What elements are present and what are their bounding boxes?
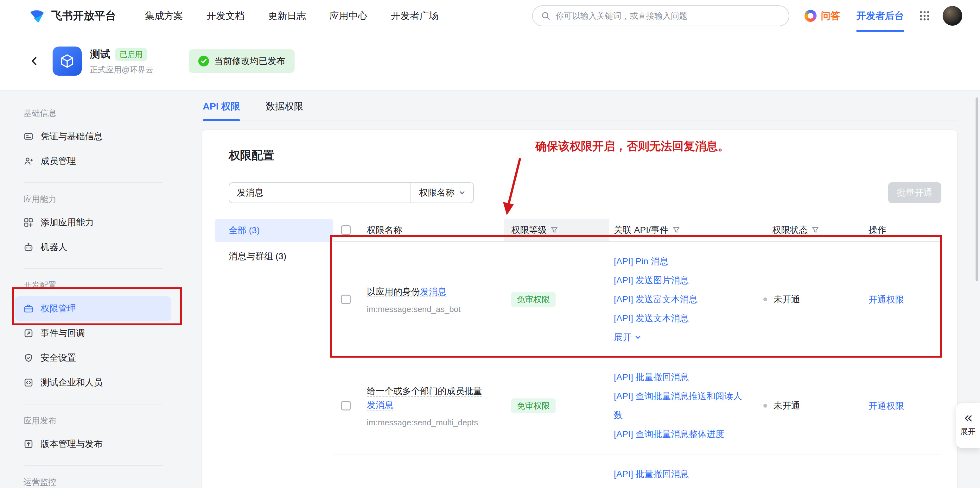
select-all-checkbox[interactable] [341,225,351,235]
double-chevron-left-icon [964,415,972,422]
release-icon [24,439,33,449]
expand-panel-label: 展开 [960,426,975,437]
category-all[interactable]: 全部 (3) [215,219,333,242]
sidebar-item-label: 添加应用能力 [41,217,94,228]
tab-data-permissions[interactable]: 数据权限 [266,100,304,120]
api-link[interactable]: [API] 批量撤回消息 [614,368,750,387]
header-api: 关联 API/事件 [609,219,758,241]
filter-icon[interactable] [673,226,680,234]
api-link[interactable]: [API] Pin 消息 [614,252,750,271]
status-text: 未开通 [773,294,800,304]
tab-api-permissions[interactable]: API 权限 [203,100,240,120]
level-badge: 免审权限 [511,398,555,413]
permission-search: 权限名称 [229,182,474,203]
status-text: 未开通 [773,401,800,410]
publish-banner-text: 当前修改均已发布 [214,55,285,67]
global-search[interactable] [532,5,789,26]
apps-grid-icon[interactable] [919,10,930,21]
api-link[interactable]: [API] 查询批量消息推送和阅读人数 [614,387,750,425]
shield-icon [24,353,33,363]
avatar[interactable] [943,6,962,25]
sidebar-item-events[interactable]: 事件与回调 [15,321,171,345]
sidebar-item-add-capability[interactable]: 添加应用能力 [15,210,171,235]
app-header: 测试 已启用 正式应用@环界云 当前修改均已发布 [0,32,980,90]
brand-title: 飞书开放平台 [51,8,116,23]
filter-icon[interactable] [550,226,558,234]
brand[interactable]: 飞书开放平台 [29,0,116,32]
sidebar-item-label: 版本管理与发布 [41,438,103,450]
sidebar-item-label: 凭证与基础信息 [41,130,103,143]
category-message-group[interactable]: 消息与群组 (3) [215,245,333,268]
header-name: 权限名称 [358,219,504,241]
main-nav: 集成方案 开发文档 更新日志 应用中心 开发者广场 [145,0,438,32]
developer-console-label: 开发者后台 [856,10,904,22]
sidebar-item-bot[interactable]: 机器人 [15,235,171,260]
sidebar-divider [24,465,163,466]
sidebar-item-version-release[interactable]: 版本管理与发布 [15,432,171,456]
code-box-icon [24,377,33,388]
sidebar-item-test-company[interactable]: 测试企业和人员 [15,370,171,395]
status-dot [764,404,767,407]
nav-item-app-center[interactable]: 应用中心 [329,10,368,22]
sidebar-item-credentials[interactable]: 凭证与基础信息 [15,124,171,149]
enable-permission-link[interactable]: 开通权限 [869,401,904,411]
header-action: 操作 [859,219,941,241]
sidebar-item-label: 事件与回调 [41,327,85,339]
nav-item-solutions[interactable]: 集成方案 [145,10,183,22]
sidebar-item-label: 权限管理 [41,303,76,315]
app-meta: 测试 已启用 正式应用@环界云 [90,48,153,75]
filter-icon[interactable] [811,226,819,234]
credential-icon [24,132,33,141]
api-link[interactable]: [API] 发送富文本消息 [614,290,750,309]
permission-body: 全部 (3) 消息与群组 (3) 权限名称 权限等级 关联 [215,219,941,488]
sidebar-section-release: 应用发布 [15,416,171,425]
api-link[interactable]: [API] 发送图片消息 [614,271,750,290]
sidebar-divider [24,404,163,404]
permission-tabs: API 权限 数据权限 [202,100,958,121]
nav-item-docs[interactable]: 开发文档 [207,10,245,22]
category-list: 全部 (3) 消息与群组 (3) [215,219,333,488]
sidebar-section-capability: 应用能力 [15,194,171,204]
permission-card: 权限配置 权限名称 批量开通 全部 (3) 消息与群组 (3) [202,130,958,488]
api-link[interactable]: [API] 批量撤回消息 [614,464,750,483]
permission-name[interactable]: 给一个或多个部门的成员批量发消息 [367,386,482,410]
status-badge: 已启用 [115,48,147,61]
batch-enable-button[interactable]: 批量开通 [888,182,941,203]
annotation-text: 确保该权限开启，否则无法回复消息。 [535,139,729,154]
search-input[interactable] [555,11,780,21]
expand-panel-button[interactable]: 展开 [956,403,980,448]
nav-item-changelog[interactable]: 更新日志 [268,10,306,22]
chevron-down-icon [635,334,641,341]
nav-item-dev-square[interactable]: 开发者广场 [391,10,438,22]
app-icon [52,46,82,76]
robot-icon [24,242,33,252]
row-checkbox[interactable] [341,295,351,304]
enable-permission-link[interactable]: 开通权限 [869,295,904,304]
feishu-logo-icon [29,7,46,24]
header-level: 权限等级 [504,219,609,241]
qa-label: 问答 [821,10,840,22]
expand-apis-link[interactable]: 展开 [614,328,750,347]
qa-link[interactable]: 问答 [805,10,840,22]
permission-name[interactable]: 以应用的身份发消息 [367,287,447,297]
api-link[interactable]: [API] 查询批量消息整体进度 [614,425,750,444]
permission-search-input[interactable] [229,182,410,203]
sidebar-section-ops: 运营监控 [15,477,171,487]
sidebar-item-permissions[interactable]: 权限管理 [15,296,171,321]
developer-console-link[interactable]: 开发者后台 [856,0,904,32]
sidebar-item-members[interactable]: 成员管理 [15,149,171,173]
level-badge: 免审权限 [511,292,555,307]
search-icon [541,11,550,21]
api-link[interactable]: [API] 发送文本消息 [614,309,750,328]
permission-code: im:message:send_multi_depts [367,418,489,428]
page: 飞书开放平台 集成方案 开发文档 更新日志 应用中心 开发者广场 问答 开发者后… [0,0,980,488]
check-circle-icon [198,56,209,67]
publish-status-banner: 当前修改均已发布 [189,49,294,73]
search-field-select[interactable]: 权限名称 [410,182,474,203]
scrollbar-thumb[interactable] [975,97,978,281]
back-button[interactable] [29,55,40,67]
row-checkbox[interactable] [341,401,351,410]
sidebar-item-security[interactable]: 安全设置 [15,345,171,370]
api-link[interactable]: [API] 查询批量消息推送和阅读人数 [614,483,750,488]
search-field-label: 权限名称 [419,187,455,199]
